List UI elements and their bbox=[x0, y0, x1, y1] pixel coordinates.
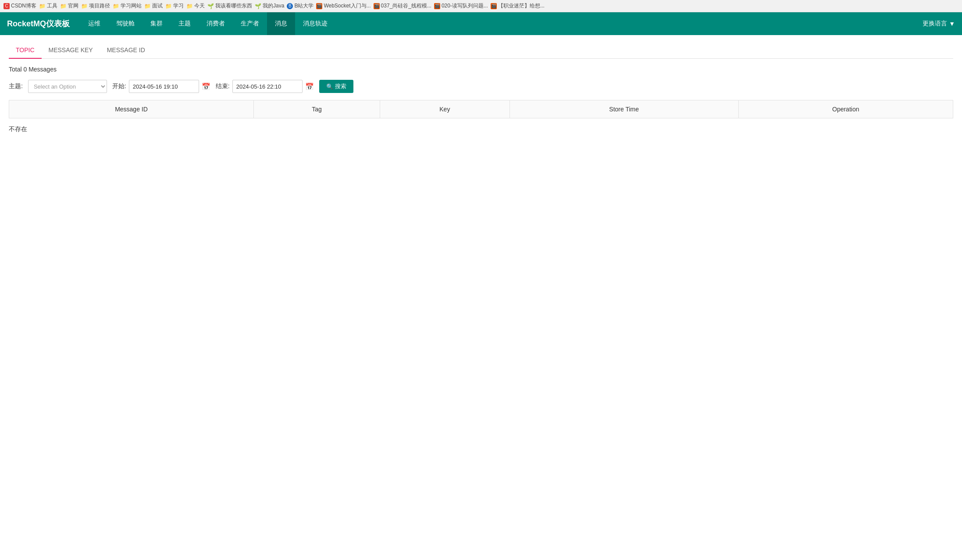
browser-tab-csdn[interactable]: C CSDN博客 bbox=[4, 2, 36, 10]
ws-icon-1: 🎬 bbox=[316, 3, 322, 9]
browser-tab-ws1[interactable]: 🎬 WebSocket入门与... bbox=[316, 2, 371, 10]
folder-icon-4: 📁 bbox=[113, 3, 119, 9]
col-message-id: Message ID bbox=[9, 100, 254, 118]
end-label: 结束: bbox=[216, 82, 230, 90]
bilibili-icon: B bbox=[287, 3, 293, 9]
folder-icon: 📁 bbox=[39, 3, 46, 9]
nav-item-cluster[interactable]: 集群 bbox=[143, 12, 171, 35]
empty-state: 不存在 bbox=[9, 118, 953, 140]
browser-tab-watch[interactable]: 🌱 我该看哪些东西 bbox=[207, 2, 252, 10]
main-nav: RocketMQ仪表板 运维 驾驶舱 集群 主题 消费者 生产者 消息 消息轨迹… bbox=[0, 12, 962, 35]
end-calendar-icon[interactable]: 📅 bbox=[305, 82, 314, 91]
nav-item-message[interactable]: 消息 bbox=[267, 12, 295, 35]
total-messages: Total 0 Messages bbox=[9, 66, 953, 73]
col-key: Key bbox=[380, 100, 510, 118]
browser-tab-java[interactable]: 🌱 我的Java bbox=[255, 2, 284, 10]
col-tag: Tag bbox=[253, 100, 380, 118]
browser-tab-learning[interactable]: 📁 学习 bbox=[165, 2, 184, 10]
content-area: TOPIC MESSAGE KEY MESSAGE ID Total 0 Mes… bbox=[0, 35, 962, 560]
messages-table: Message ID Tag Key Store Time Operation bbox=[9, 100, 953, 118]
topic-select[interactable]: Select an Option bbox=[28, 80, 107, 93]
ws-icon-2: 🎬 bbox=[374, 3, 380, 9]
nav-item-consumer[interactable]: 消费者 bbox=[199, 12, 233, 35]
browser-tab-interview[interactable]: 📁 面试 bbox=[144, 2, 163, 10]
nav-item-producer[interactable]: 生产者 bbox=[233, 12, 267, 35]
table-header: Message ID Tag Key Store Time Operation bbox=[9, 100, 953, 118]
browser-tab-tools[interactable]: 📁 工具 bbox=[39, 2, 57, 10]
nav-item-trace[interactable]: 消息轨迹 bbox=[295, 12, 335, 35]
browser-tab-official[interactable]: 📁 官网 bbox=[60, 2, 78, 10]
csdn-icon: C bbox=[4, 3, 10, 9]
browser-tab-project[interactable]: 📁 项目路径 bbox=[81, 2, 110, 10]
nav-item-dashboard[interactable]: 驾驶舱 bbox=[108, 12, 143, 35]
end-date-group: 结束: 📅 bbox=[216, 80, 314, 93]
col-store-time: Store Time bbox=[510, 100, 738, 118]
ws-icon-3: 🎬 bbox=[434, 3, 440, 9]
tabs-bar: TOPIC MESSAGE KEY MESSAGE ID bbox=[9, 42, 953, 59]
chevron-down-icon: ▼ bbox=[949, 20, 955, 27]
nav-item-topic[interactable]: 主题 bbox=[171, 12, 199, 35]
browser-bar: C CSDN博客 📁 工具 📁 官网 📁 项目路径 📁 学习网站 📁 面试 📁 … bbox=[0, 0, 962, 12]
folder-icon-7: 📁 bbox=[186, 3, 193, 9]
green-icon-1: 🌱 bbox=[207, 3, 214, 9]
browser-tab-ws3[interactable]: 🎬 020-读写队列问题... bbox=[434, 2, 488, 10]
nav-items: 运维 驾驶舱 集群 主题 消费者 生产者 消息 消息轨迹 bbox=[80, 12, 923, 35]
green-icon-2: 🌱 bbox=[255, 3, 261, 9]
end-date-input[interactable] bbox=[232, 80, 303, 93]
career-icon: 🎬 bbox=[491, 3, 497, 9]
folder-icon-6: 📁 bbox=[165, 3, 172, 9]
tab-topic[interactable]: TOPIC bbox=[9, 42, 42, 59]
nav-item-ops[interactable]: 运维 bbox=[80, 12, 108, 35]
search-row: 主题: Select an Option 开始: 📅 结束: 📅 🔍 搜索 bbox=[9, 80, 953, 93]
lang-switch[interactable]: 更换语言 ▼ bbox=[923, 20, 955, 28]
browser-tab-study[interactable]: 📁 学习网站 bbox=[113, 2, 142, 10]
brand-title: RocketMQ仪表板 bbox=[7, 18, 70, 29]
browser-tab-ws2[interactable]: 🎬 037_尚硅谷_线程模... bbox=[374, 2, 431, 10]
col-operation: Operation bbox=[738, 100, 953, 118]
browser-tab-bilibili[interactable]: B B站大学 bbox=[287, 2, 314, 10]
search-button[interactable]: 🔍 搜索 bbox=[319, 80, 353, 93]
search-icon: 🔍 bbox=[326, 83, 333, 90]
tab-message-key[interactable]: MESSAGE KEY bbox=[42, 42, 100, 59]
folder-icon-2: 📁 bbox=[60, 3, 67, 9]
browser-tab-career[interactable]: 🎬 【职业迷茫】给想... bbox=[491, 2, 545, 10]
folder-icon-3: 📁 bbox=[81, 3, 88, 9]
browser-tab-today[interactable]: 📁 今天 bbox=[186, 2, 205, 10]
start-label: 开始: bbox=[112, 82, 126, 90]
topic-label: 主题: bbox=[9, 82, 23, 90]
start-calendar-icon[interactable]: 📅 bbox=[202, 82, 210, 91]
tab-message-id[interactable]: MESSAGE ID bbox=[100, 42, 152, 59]
start-date-input[interactable] bbox=[129, 80, 199, 93]
start-date-group: 开始: 📅 bbox=[112, 80, 210, 93]
folder-icon-5: 📁 bbox=[144, 3, 151, 9]
